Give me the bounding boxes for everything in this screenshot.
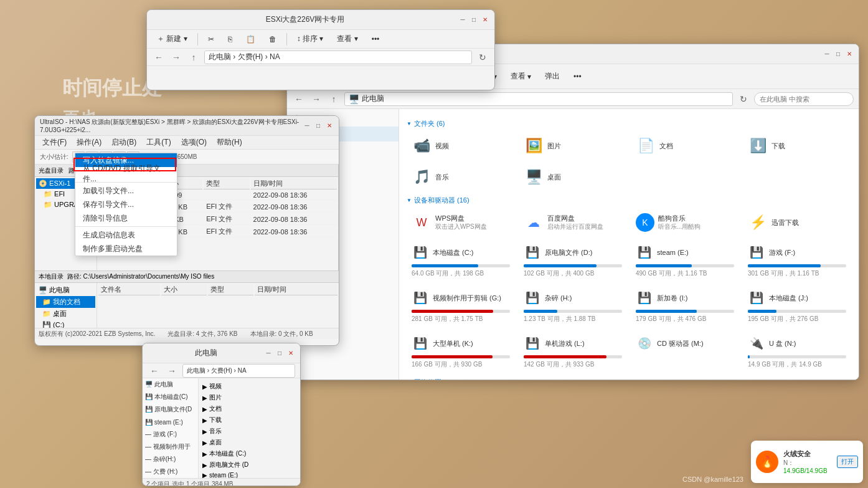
local-thispc[interactable]: 🖥️ 此电脑 bbox=[36, 284, 95, 296]
esxi-delete[interactable]: 🗑 bbox=[264, 31, 281, 48]
minimize-button[interactable]: ─ bbox=[823, 50, 831, 59]
drive-i[interactable]: 💾 新加卷 (I:) 179 GB 可用，共 476 GB bbox=[631, 285, 739, 327]
address-path[interactable]: 🖥️ 此电脑 bbox=[344, 92, 733, 106]
esxi-close[interactable]: ✕ bbox=[481, 16, 489, 24]
esxi-maximize[interactable]: □ bbox=[469, 16, 478, 24]
ultraiso-minimize[interactable]: ─ bbox=[303, 122, 311, 130]
folder-video[interactable]: 📹 视频 bbox=[407, 132, 515, 160]
menu-options[interactable]: 选项(O) bbox=[176, 136, 212, 149]
bfm-item-dl[interactable]: ▶下载 bbox=[201, 414, 298, 426]
ultraiso-close[interactable]: ✕ bbox=[325, 122, 334, 130]
folder-music[interactable]: 🎵 音乐 bbox=[407, 163, 515, 191]
up-button[interactable]: ↑ bbox=[327, 92, 341, 106]
esxi-paste[interactable]: 📋 bbox=[241, 31, 260, 48]
drive-m-name: CD 驱动器 (M:) bbox=[657, 339, 704, 348]
bfm-video[interactable]: — 视频制作用于 bbox=[143, 441, 198, 453]
esxi-copy[interactable]: ⎘ bbox=[223, 31, 237, 48]
drive-j[interactable]: 💾 本地磁盘 (J:) 195 GB 可用，共 276 GB bbox=[743, 285, 851, 327]
ctx-multi-boot[interactable]: 制作多重启动光盘 bbox=[75, 242, 177, 256]
bfm-zasuih[interactable]: — 杂碎(H:) bbox=[143, 453, 198, 466]
bfm-item-steam[interactable]: ▶steam (E:) bbox=[201, 471, 298, 478]
esxi-minimize[interactable]: ─ bbox=[458, 16, 467, 24]
esxi-refresh[interactable]: ↻ bbox=[476, 50, 489, 64]
folder-desktop[interactable]: 🖥️ 桌面 bbox=[519, 163, 627, 191]
eject-button[interactable]: 弹出 bbox=[540, 68, 565, 85]
bfm-path[interactable]: 此电脑 › 欠费(H) › NA bbox=[182, 364, 295, 378]
drive-c[interactable]: 💾 本地磁盘 (C:) 64.0 GB 可用，共 198 GB bbox=[407, 240, 515, 282]
esxi-back[interactable]: ← bbox=[152, 50, 166, 64]
bfm-d[interactable]: 💾 原电脑文件(D bbox=[143, 403, 198, 416]
esxi-path[interactable]: 此电脑 › 欠费(H) › NA bbox=[204, 50, 472, 64]
drive-baidu[interactable]: ☁ 百度网盘 启动并运行百度网盘 bbox=[519, 209, 627, 236]
view-button[interactable]: 查看 ▾ bbox=[506, 68, 536, 85]
ctx-gen-boot-table[interactable]: 生成启动信息表 bbox=[75, 228, 177, 242]
iso-info-text: 光盘目录: 4 文件, 376 KB bbox=[167, 330, 237, 338]
fire-open-button[interactable]: 打开 bbox=[837, 456, 858, 468]
folder-pictures[interactable]: 🖼️ 图片 bbox=[519, 132, 627, 160]
ultraiso-titlebar: UltraISO - H:\NAS 欣源由(新版完整版)ESXi > 黑群晖 >… bbox=[35, 116, 339, 136]
drive-wps[interactable]: W WPS网盘 双击进入WPS网盘 bbox=[407, 209, 515, 236]
local-docs[interactable]: 📁 我的文档 bbox=[36, 296, 95, 308]
menu-help[interactable]: 帮助(H) bbox=[212, 136, 247, 149]
bfm-close[interactable]: ✕ bbox=[286, 349, 295, 358]
local-c[interactable]: 💾 (C:) bbox=[36, 320, 95, 328]
esxi-top-window: ESXi大盘226V网卡专用 ─ □ ✕ ＋ 新建 ▾ ✂ ⎘ 📋 🗑 ↕ 排序… bbox=[146, 9, 495, 90]
bfm-thispc[interactable]: 🖥️ 此电脑 bbox=[143, 378, 198, 391]
bfm-fwd[interactable]: → bbox=[165, 364, 179, 378]
drive-f[interactable]: 💾 游戏 (F:) 301 GB 可用，共 1.16 TB bbox=[743, 240, 851, 282]
refresh-button[interactable]: ↻ bbox=[737, 92, 750, 106]
drive-xunlei[interactable]: ⚡ 迅雷下载 bbox=[743, 209, 851, 236]
maximize-button[interactable]: □ bbox=[834, 50, 842, 59]
esxi-up[interactable]: ↑ bbox=[187, 50, 200, 64]
ctx-load-boot[interactable]: 加载引导文件... bbox=[75, 184, 177, 198]
esxi-cut[interactable]: ✂ bbox=[203, 31, 219, 48]
bfm-steam[interactable]: 💾 steam (E:) bbox=[143, 416, 198, 428]
forward-button[interactable]: → bbox=[309, 92, 323, 106]
bfm-maximize[interactable]: □ bbox=[275, 349, 284, 358]
drive-n[interactable]: 🔌 U 盘 (N:) 14.9 GB 可用，共 14.9 GB bbox=[743, 331, 851, 373]
more-button[interactable]: ••• bbox=[568, 68, 587, 85]
esxi-sort[interactable]: ↕ 排序 ▾ bbox=[292, 31, 329, 48]
bfm-games[interactable]: — 游戏 (F:) bbox=[143, 428, 198, 441]
bfm-item-video[interactable]: ▶视频 bbox=[201, 381, 298, 392]
menu-tools[interactable]: 工具(T) bbox=[141, 136, 176, 149]
drive-e[interactable]: 💾 steam (E:) 490 GB 可用，共 1.16 TB bbox=[631, 240, 739, 282]
folder-documents[interactable]: 📄 文档 bbox=[631, 132, 739, 160]
ctx-save-boot[interactable]: 保存引导文件... bbox=[75, 198, 177, 211]
esxi-view[interactable]: 查看 ▾ bbox=[332, 31, 362, 48]
drive-kugou[interactable]: K 酷狗音乐 听音乐...用酷狗 bbox=[631, 209, 739, 236]
ultraiso-maximize[interactable]: □ bbox=[314, 122, 323, 130]
esxi-new[interactable]: ＋ 新建 ▾ bbox=[152, 31, 192, 48]
ctx-extract-boot[interactable]: 从 CD/DVD 提取引导文件... bbox=[75, 167, 177, 181]
bfm-qianfei[interactable]: — 欠费 (H:) bbox=[143, 466, 198, 478]
esxi-forward[interactable]: → bbox=[169, 50, 183, 64]
drive-i-bar-container bbox=[636, 310, 734, 313]
menu-ops[interactable]: 操作(A) bbox=[72, 136, 106, 149]
drive-g[interactable]: 💾 视频制作用于剪辑 (G:) 281 GB 可用，共 1.75 TB bbox=[407, 285, 515, 327]
bfm-minimize[interactable]: ─ bbox=[264, 349, 273, 358]
back-button[interactable]: ← bbox=[292, 92, 306, 106]
bfm-item-ld[interactable]: ▶原电脑文件 (D bbox=[201, 459, 298, 471]
menu-boot[interactable]: 启动(B) bbox=[106, 136, 141, 149]
esxi-more[interactable]: ••• bbox=[367, 31, 385, 48]
bfm-item-pics[interactable]: ▶图片 bbox=[201, 392, 298, 403]
bfm-item-desktop[interactable]: ▶桌面 bbox=[201, 437, 298, 448]
close-button[interactable]: ✕ bbox=[845, 50, 854, 59]
local-desktop[interactable]: 📁 桌面 bbox=[36, 308, 95, 320]
bfm-back[interactable]: ← bbox=[148, 364, 161, 378]
lcol-size: 大小 bbox=[161, 284, 207, 295]
folder-downloads[interactable]: ⬇️ 下载 bbox=[743, 132, 851, 160]
drive-k[interactable]: 💾 大型单机 (K:) 166 GB 可用，共 930 GB bbox=[407, 331, 515, 373]
esxi-titlebar: ESXi大盘226V网卡专用 ─ □ ✕ bbox=[147, 10, 494, 30]
search-input[interactable] bbox=[754, 92, 854, 106]
bfm-item-lc[interactable]: ▶本地磁盘 (C:) bbox=[201, 448, 298, 459]
bfm-item-music[interactable]: ▶音乐 bbox=[201, 426, 298, 437]
bfm-c[interactable]: 💾 本地磁盘(C) bbox=[143, 391, 198, 403]
drive-m[interactable]: 💿 CD 驱动器 (M:) bbox=[631, 331, 739, 373]
drive-d[interactable]: 💾 原电脑文件 (D:) 102 GB 可用，共 400 GB bbox=[519, 240, 627, 282]
bfm-item-docs[interactable]: ▶文档 bbox=[201, 403, 298, 414]
drive-h[interactable]: 💾 杂碎 (H:) 1.23 TB 可用，共 1.88 TB bbox=[519, 285, 627, 327]
ctx-clear-boot[interactable]: 清除引导信息 bbox=[75, 211, 177, 225]
drive-l[interactable]: 💾 单机游戏 (L:) 142 GB 可用，共 933 GB bbox=[519, 331, 627, 373]
menu-file[interactable]: 文件(F) bbox=[37, 136, 72, 149]
